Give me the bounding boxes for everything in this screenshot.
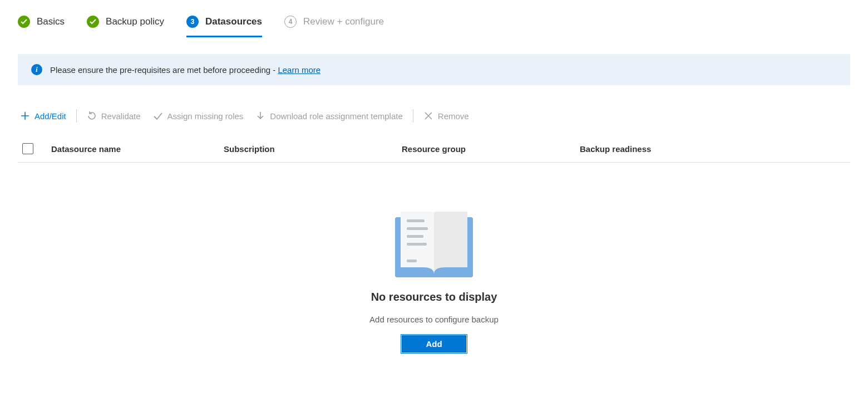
svg-rect-4 bbox=[407, 243, 427, 246]
book-icon bbox=[392, 207, 476, 280]
check-icon bbox=[18, 16, 30, 28]
info-message: Please ensure the pre-requisites are met… bbox=[50, 65, 278, 75]
wizard-step-label: Review + configure bbox=[303, 16, 384, 27]
step-number-icon: 4 bbox=[284, 16, 297, 28]
remove-button[interactable]: Remove bbox=[421, 109, 471, 123]
learn-more-link[interactable]: Learn more bbox=[278, 65, 320, 75]
step-number-icon: 3 bbox=[186, 16, 199, 28]
info-text: Please ensure the pre-requisites are met… bbox=[50, 65, 320, 75]
download-icon bbox=[255, 111, 265, 121]
plus-icon bbox=[20, 111, 30, 121]
wizard-step-review[interactable]: 4 Review + configure bbox=[284, 16, 384, 37]
datasource-table-header: Datasource name Subscription Resource gr… bbox=[18, 135, 850, 163]
check-icon bbox=[87, 16, 99, 28]
wizard-step-label: Datasources bbox=[205, 16, 262, 27]
revalidate-button[interactable]: Revalidate bbox=[85, 109, 143, 123]
svg-rect-1 bbox=[407, 219, 425, 222]
column-backup-readiness: Backup readiness bbox=[580, 144, 850, 154]
info-banner: i Please ensure the pre-requisites are m… bbox=[18, 54, 850, 85]
empty-title: No resources to display bbox=[371, 291, 497, 304]
close-icon bbox=[423, 111, 433, 121]
wizard-tabs: Basics Backup policy 3 Datasources 4 Rev… bbox=[18, 0, 850, 37]
select-all-checkbox[interactable] bbox=[22, 143, 33, 154]
svg-rect-5 bbox=[407, 260, 417, 262]
info-icon: i bbox=[31, 64, 42, 75]
button-label: Revalidate bbox=[101, 111, 141, 121]
svg-rect-3 bbox=[407, 235, 423, 238]
check-icon bbox=[153, 111, 163, 121]
empty-state: No resources to display Add resources to… bbox=[18, 207, 850, 353]
wizard-step-label: Basics bbox=[37, 16, 65, 27]
toolbar-separator bbox=[76, 109, 77, 123]
empty-subtitle: Add resources to configure backup bbox=[369, 315, 499, 324]
button-label: Download role assignment template bbox=[270, 111, 402, 121]
wizard-step-backup-policy[interactable]: Backup policy bbox=[87, 16, 164, 37]
column-resource-group: Resource group bbox=[402, 144, 580, 154]
assign-roles-button[interactable]: Assign missing roles bbox=[151, 109, 246, 123]
add-button[interactable]: Add bbox=[402, 335, 466, 353]
column-subscription: Subscription bbox=[224, 144, 402, 154]
svg-rect-2 bbox=[407, 227, 428, 230]
datasource-toolbar: Add/Edit Revalidate Assign missing roles… bbox=[18, 109, 850, 123]
add-edit-button[interactable]: Add/Edit bbox=[18, 109, 68, 123]
wizard-step-basics[interactable]: Basics bbox=[18, 16, 65, 37]
button-label: Add/Edit bbox=[34, 111, 66, 121]
download-template-button[interactable]: Download role assignment template bbox=[253, 109, 405, 123]
button-label: Remove bbox=[438, 111, 469, 121]
wizard-step-label: Backup policy bbox=[106, 16, 164, 27]
button-label: Assign missing roles bbox=[167, 111, 244, 121]
toolbar-separator bbox=[413, 109, 413, 123]
column-datasource-name: Datasource name bbox=[51, 144, 224, 154]
refresh-icon bbox=[87, 111, 97, 121]
wizard-step-datasources[interactable]: 3 Datasources bbox=[186, 16, 262, 37]
